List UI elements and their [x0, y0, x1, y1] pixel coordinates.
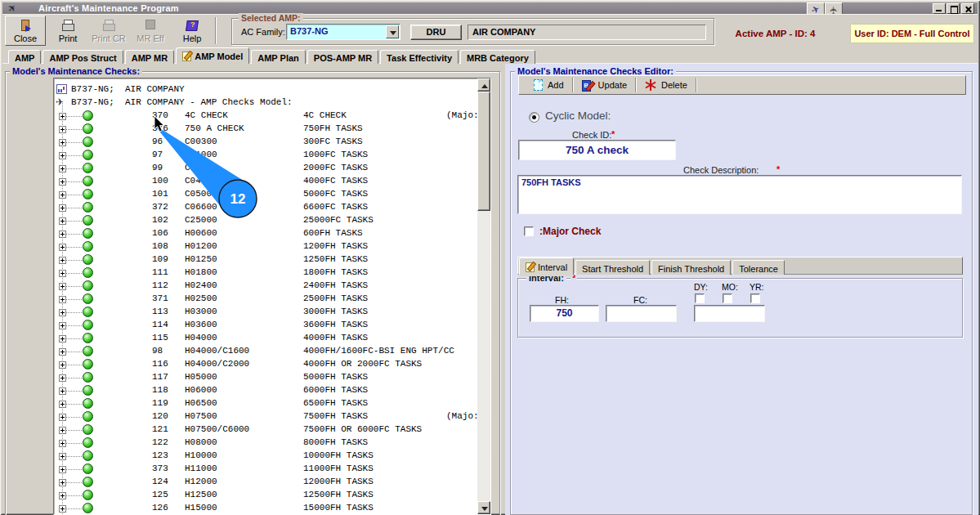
tree-row[interactable]: 109 H01250 1250FH TASKS [54, 253, 476, 266]
tree-row[interactable]: 111 H01800 1800FH TASKS [54, 266, 476, 280]
editor-tab[interactable]: Finish Threshold [651, 260, 731, 275]
tree-row[interactable]: 108 H01200 1200FH TASKS [54, 240, 476, 253]
tree-row[interactable]: 373 H11000 11000FH TASKS [54, 463, 476, 476]
tree-row[interactable]: 370 4C CHECK 4C CHECK (Majo: [54, 110, 476, 123]
mo-checkbox[interactable] [723, 293, 732, 303]
calendar-input[interactable] [694, 305, 765, 322]
tab[interactable]: AMP Pos Struct [43, 50, 123, 64]
expand-plus-icon[interactable] [59, 165, 66, 172]
editor-tab[interactable]: Start Threshold [575, 260, 650, 275]
expand-plus-icon[interactable] [59, 322, 66, 329]
scrollbar-thumb[interactable] [477, 92, 490, 211]
yr-checkbox[interactable] [750, 293, 760, 303]
expand-plus-icon[interactable] [59, 414, 66, 421]
delete-button[interactable]: Delete [638, 77, 694, 93]
expand-plus-icon[interactable] [59, 466, 66, 473]
tab[interactable]: AMP Model [176, 47, 249, 64]
expand-plus-icon[interactable] [59, 139, 66, 146]
expand-plus-icon[interactable] [59, 361, 66, 369]
expand-plus-icon[interactable] [59, 126, 66, 133]
tree-row[interactable]: 124 H12000 12000FH TASKS [54, 476, 476, 489]
expand-plus-icon[interactable] [59, 479, 66, 486]
check-id-input[interactable]: 750 A check [518, 140, 676, 160]
tree-row[interactable]: 125 H12500 12500FH TASKS [54, 489, 476, 502]
tree-row[interactable]: 123 H10000 10000FH TASKS [54, 450, 476, 463]
expand-plus-icon[interactable] [59, 152, 66, 159]
tree-row[interactable]: 376 750 A CHECK 750FH TASKS [54, 123, 476, 136]
tree-row[interactable]: 116 H04000/C2000 4000FH OR 2000FC TASKS [54, 358, 476, 371]
tree-row[interactable]: 99 C02000 2000FC TASKS [54, 162, 476, 175]
expand-plus-icon[interactable] [59, 309, 66, 316]
tree-row[interactable]: 119 H06500 6500FH TASKS [54, 397, 476, 410]
expand-plus-icon[interactable] [59, 453, 66, 460]
expand-plus-icon[interactable] [59, 401, 66, 408]
help-button[interactable]: Help [172, 16, 213, 46]
expand-plus-icon[interactable] [59, 505, 66, 513]
minimize-button[interactable] [933, 3, 946, 14]
expand-plus-icon[interactable] [59, 283, 66, 290]
tab[interactable]: AMP [8, 50, 41, 64]
expand-plus-icon[interactable] [59, 348, 66, 356]
expand-plus-icon[interactable] [59, 191, 66, 199]
check-description-textarea[interactable]: 750FH TASKS [517, 175, 962, 214]
major-check-checkbox[interactable] [524, 226, 534, 236]
tree-model-node[interactable]: ✈ B737-NG; AIR COMPANY - AMP Checks Mode… [54, 96, 476, 110]
tree-row[interactable]: 117 H05000 5000FH TASKS [54, 371, 476, 384]
expand-plus-icon[interactable] [59, 113, 66, 120]
print-button[interactable]: Print [47, 16, 88, 46]
tree-row[interactable]: 112 H02400 2400FH TASKS [54, 280, 476, 293]
editor-tab[interactable]: Tolerance [732, 260, 785, 275]
tree-row[interactable]: 97 C01000 1000FC TASKS [54, 149, 476, 162]
tree-root-node[interactable]: B737-NG; AIR COMPANY [54, 83, 476, 96]
tree-scrollbar[interactable] [477, 78, 490, 514]
expand-plus-icon[interactable] [59, 335, 66, 343]
add-button[interactable]: Add [527, 77, 571, 93]
restore-button[interactable] [946, 3, 960, 14]
expand-plus-icon[interactable] [59, 440, 66, 447]
scroll-down-button[interactable] [477, 501, 490, 514]
expand-plus-icon[interactable] [59, 204, 66, 212]
tree-row[interactable]: 96 C00300 300FC TASKS [54, 136, 476, 149]
tab[interactable]: AMP Plan [251, 50, 306, 64]
cyclic-model-radio[interactable] [529, 112, 539, 123]
tree-row[interactable]: 102 C25000 25000FC TASKS [54, 214, 476, 227]
fc-input[interactable] [606, 305, 677, 322]
expand-plus-icon[interactable] [59, 217, 66, 225]
expand-plus-icon[interactable] [59, 296, 66, 303]
tree-row[interactable]: 98 H04000/C1600 4000FH/1600FC-BSI ENG HP… [54, 345, 476, 358]
checks-tree[interactable]: B737-NG; AIR COMPANY ✈ B737-NG; AIR COMP… [53, 78, 491, 515]
tree-row[interactable]: 120 H07500 7500FH TASKS (Majo: [54, 410, 476, 423]
editor-tab[interactable]: Interval [519, 258, 574, 275]
expand-plus-icon[interactable] [59, 427, 66, 434]
scroll-up-button[interactable] [477, 78, 490, 92]
expand-plus-icon[interactable] [59, 492, 66, 499]
tree-row[interactable]: 126 H15000 15000FH TASKS [54, 502, 476, 515]
expand-plus-icon[interactable] [59, 178, 66, 186]
tree-row[interactable]: 118 H06000 6000FH TASKS [54, 384, 476, 397]
close-window-button[interactable] [961, 3, 974, 14]
tab[interactable]: MRB Category [460, 50, 535, 64]
dru-button[interactable]: DRU [410, 25, 462, 40]
tree-row[interactable]: 113 H03000 3000FH TASKS [54, 306, 476, 319]
tree-row[interactable]: 100 C04000 4000FC TASKS [54, 175, 476, 188]
expand-plus-icon[interactable] [59, 244, 66, 251]
tab[interactable]: Task Effectivity [380, 50, 459, 64]
tree-row[interactable]: 371 H02500 2500FH TASKS [54, 293, 476, 306]
expand-plus-icon[interactable] [59, 231, 66, 238]
tree-row[interactable]: 106 H00600 600FH TASKS [54, 227, 476, 240]
chevron-down-icon[interactable] [386, 25, 399, 38]
update-button[interactable]: Update [575, 77, 633, 93]
tree-row[interactable]: 114 H03600 3600FH TASKS [54, 319, 476, 332]
expand-plus-icon[interactable] [59, 270, 66, 277]
dy-checkbox[interactable] [695, 293, 705, 303]
tree-row[interactable]: 121 H07500/C6000 7500FH OR 6000FC TASKS [54, 423, 476, 437]
tree-row[interactable]: 372 C06600 6600FC TASKS [54, 201, 476, 214]
company-field[interactable]: AIR COMPANY [468, 25, 706, 40]
tab[interactable]: POS-AMP MR [307, 50, 378, 64]
tree-row[interactable]: 101 C05000 5000FC TASKS [54, 188, 476, 201]
expand-plus-icon[interactable] [59, 374, 66, 382]
tab[interactable]: AMP MR [125, 50, 174, 64]
tree-row[interactable]: 115 H04000 4000FH TASKS [54, 332, 476, 345]
fh-input[interactable]: 750 [530, 305, 599, 322]
ac-family-select[interactable]: B737-NG [286, 24, 401, 40]
